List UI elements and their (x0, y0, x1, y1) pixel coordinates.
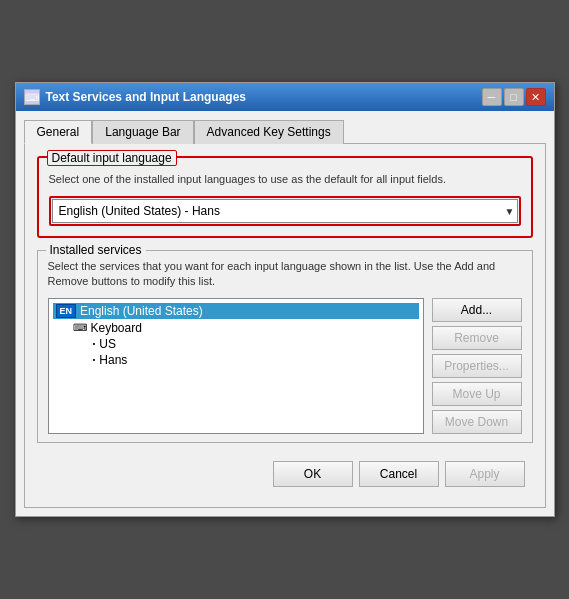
default-input-section: Default input language Select one of the… (37, 156, 533, 237)
installed-body: EN English (United States) ⌨ Keyboard • … (48, 298, 522, 434)
properties-button[interactable]: Properties... (432, 354, 522, 378)
minimize-button[interactable]: ─ (482, 88, 502, 106)
tree-us-label: US (99, 337, 116, 351)
tab-language-bar[interactable]: Language Bar (92, 120, 193, 144)
window-title: Text Services and Input Languages (46, 90, 247, 104)
tree-hans-item[interactable]: • Hans (53, 353, 419, 367)
move-up-button[interactable]: Move Up (432, 382, 522, 406)
services-tree[interactable]: EN English (United States) ⌨ Keyboard • … (48, 298, 424, 434)
tab-general[interactable]: General (24, 120, 93, 144)
window-content: General Language Bar Advanced Key Settin… (16, 111, 554, 515)
tree-root-label: English (United States) (80, 304, 203, 318)
ok-button[interactable]: OK (273, 461, 353, 487)
window-icon: ⌨ (24, 89, 40, 105)
bullet-icon-us: • (93, 339, 96, 348)
installed-services-section: Installed services Select the services t… (37, 250, 533, 443)
installed-services-label: Installed services (46, 243, 146, 257)
bottom-buttons: OK Cancel Apply (37, 453, 533, 495)
close-button[interactable]: ✕ (526, 88, 546, 106)
tree-hans-label: Hans (99, 353, 127, 367)
add-button[interactable]: Add... (432, 298, 522, 322)
default-input-dropdown-wrapper: English (United States) - Hans ▼ (49, 196, 521, 226)
tree-keyboard-label: Keyboard (91, 321, 142, 335)
title-bar: ⌨ Text Services and Input Languages ─ □ … (16, 83, 554, 111)
action-buttons: Add... Remove Properties... Move Up Move… (432, 298, 522, 434)
maximize-button[interactable]: □ (504, 88, 524, 106)
default-input-label: Default input language (47, 150, 177, 166)
keyboard-icon: ⌨ (73, 322, 87, 333)
apply-button[interactable]: Apply (445, 461, 525, 487)
title-bar-left: ⌨ Text Services and Input Languages (24, 89, 247, 105)
tree-us-item[interactable]: • US (53, 337, 419, 351)
move-down-button[interactable]: Move Down (432, 410, 522, 434)
bullet-icon-hans: • (93, 355, 96, 364)
main-window: ⌨ Text Services and Input Languages ─ □ … (15, 82, 555, 516)
installed-services-description: Select the services that you want for ea… (48, 259, 522, 290)
default-input-dropdown[interactable]: English (United States) - Hans (52, 199, 518, 223)
remove-button[interactable]: Remove (432, 326, 522, 350)
en-badge: EN (56, 304, 77, 318)
tab-advanced-key-settings[interactable]: Advanced Key Settings (194, 120, 344, 144)
tab-bar: General Language Bar Advanced Key Settin… (24, 119, 546, 144)
tree-keyboard-item: ⌨ Keyboard (53, 321, 419, 335)
cancel-button[interactable]: Cancel (359, 461, 439, 487)
tree-root-item[interactable]: EN English (United States) (53, 303, 419, 319)
title-bar-buttons: ─ □ ✕ (482, 88, 546, 106)
tab-content-general: Default input language Select one of the… (24, 144, 546, 507)
default-input-description: Select one of the installed input langua… (49, 172, 521, 187)
